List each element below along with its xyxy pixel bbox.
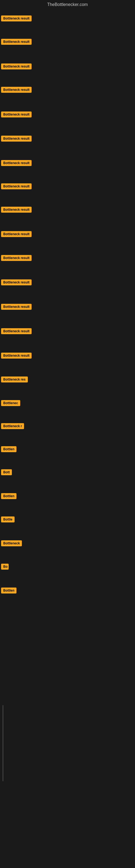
bottleneck-badge-15[interactable]: Bottleneck result	[1, 352, 32, 359]
bottleneck-badge-24[interactable]: Bo	[1, 564, 9, 569]
bottleneck-item-11: Bottleneck result	[1, 255, 32, 262]
bottleneck-item-20: Bott	[1, 469, 12, 476]
bottleneck-badge-9[interactable]: Bottleneck result	[1, 207, 32, 213]
bottleneck-badge-12[interactable]: Bottleneck result	[1, 279, 32, 285]
bottleneck-badge-1[interactable]: Bottleneck result	[1, 16, 32, 22]
bottleneck-badge-5[interactable]: Bottleneck result	[1, 112, 32, 118]
bottleneck-badge-21[interactable]: Bottlen	[1, 493, 16, 499]
bottleneck-badge-13[interactable]: Bottleneck result	[1, 304, 32, 310]
bottleneck-item-23: Bottleneck	[1, 540, 22, 547]
bottleneck-badge-22[interactable]: Bottle	[1, 517, 14, 522]
bottleneck-item-12: Bottleneck result	[1, 279, 32, 286]
bottleneck-item-18: Bottleneck r	[1, 423, 24, 430]
bottleneck-badge-11[interactable]: Bottleneck result	[1, 255, 32, 261]
bottleneck-badge-3[interactable]: Bottleneck result	[1, 63, 32, 69]
bottleneck-item-7: Bottleneck result	[1, 160, 32, 167]
bottleneck-badge-20[interactable]: Bott	[1, 469, 12, 475]
bottleneck-badge-8[interactable]: Bottleneck result	[1, 183, 32, 189]
bottleneck-item-5: Bottleneck result	[1, 112, 32, 119]
bottleneck-item-8: Bottleneck result	[1, 183, 32, 190]
bottleneck-item-24: Bo	[1, 564, 9, 571]
bottleneck-item-1: Bottleneck result	[1, 16, 32, 23]
bottleneck-badge-17[interactable]: Bottlenec	[1, 400, 20, 406]
bottleneck-badge-7[interactable]: Bottleneck result	[1, 160, 32, 166]
bottleneck-item-4: Bottleneck result	[1, 87, 32, 94]
bottleneck-item-21: Bottlen	[1, 493, 16, 500]
bottleneck-item-6: Bottleneck result	[1, 135, 32, 143]
bottleneck-item-25: Bottlen	[1, 588, 16, 595]
bottleneck-item-9: Bottleneck result	[1, 207, 32, 214]
bottleneck-item-19: Bottlen	[1, 446, 16, 453]
chart-area	[3, 705, 3, 781]
bottleneck-item-10: Bottleneck result	[1, 231, 32, 238]
bottleneck-badge-6[interactable]: Bottleneck result	[1, 135, 32, 142]
bottleneck-badge-19[interactable]: Bottlen	[1, 446, 16, 452]
bottleneck-item-13: Bottleneck result	[1, 304, 32, 311]
bottleneck-item-14: Bottleneck result	[1, 328, 32, 335]
bottleneck-item-17: Bottlenec	[1, 400, 20, 407]
bottleneck-item-2: Bottleneck result	[1, 39, 32, 46]
bottleneck-badge-23[interactable]: Bottleneck	[1, 540, 22, 546]
site-title: TheBottlenecker.com	[0, 0, 135, 10]
page-container: TheBottlenecker.com Bottleneck resultBot…	[0, 0, 135, 868]
bottleneck-item-22: Bottle	[1, 517, 14, 524]
bottleneck-badge-25[interactable]: Bottlen	[1, 588, 16, 593]
bottleneck-badge-2[interactable]: Bottleneck result	[1, 39, 32, 45]
bottleneck-badge-10[interactable]: Bottleneck result	[1, 231, 32, 237]
bottleneck-item-16: Bottleneck res	[1, 376, 28, 383]
bottleneck-badge-4[interactable]: Bottleneck result	[1, 87, 32, 93]
bottleneck-item-15: Bottleneck result	[1, 352, 32, 360]
bottleneck-badge-14[interactable]: Bottleneck result	[1, 328, 32, 334]
bottleneck-badge-18[interactable]: Bottleneck r	[1, 423, 24, 429]
bottleneck-badge-16[interactable]: Bottleneck res	[1, 376, 28, 382]
bottleneck-item-3: Bottleneck result	[1, 63, 32, 70]
